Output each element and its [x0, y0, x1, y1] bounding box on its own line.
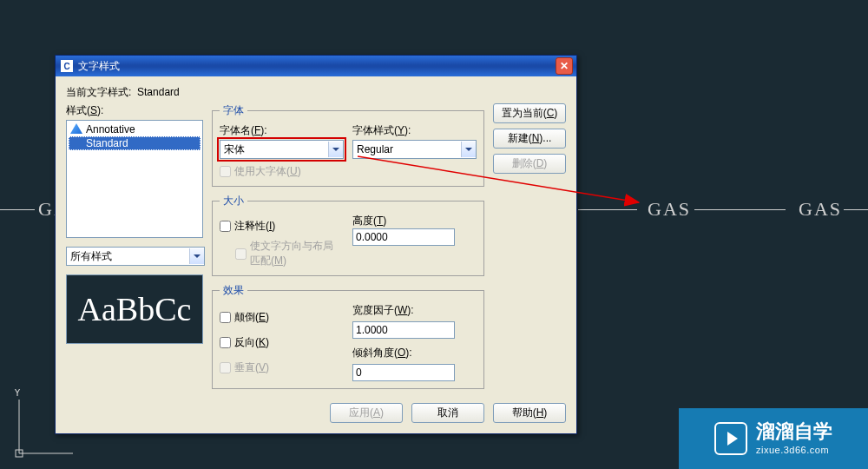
font-group: 字体 字体名(F): 宋体 字体样式(Y):: [212, 103, 484, 187]
vertical-label: 垂直(V): [234, 360, 269, 375]
style-item-annotative[interactable]: Annotative: [69, 122, 201, 136]
size-group: 大小 注释性(I) 使文字方向与布局匹配(M): [212, 194, 484, 276]
oblique-label: 倾斜角度(O):: [352, 346, 477, 360]
upsidedown-label: 颠倒(E): [234, 310, 269, 325]
font-style-select[interactable]: Regular: [352, 140, 477, 159]
bg-line: [844, 209, 868, 210]
filter-select[interactable]: 所有样式: [66, 247, 205, 266]
bg-line: [578, 209, 637, 210]
watermark: 溜溜自学 zixue.3d66.com: [679, 408, 868, 469]
effects-legend: 效果: [220, 283, 247, 298]
size-legend: 大小: [220, 194, 247, 208]
chevron-down-icon: [461, 142, 476, 157]
bigfont-checkbox: [220, 166, 231, 177]
match-orient-checkbox: [235, 248, 247, 260]
font-name-value: 宋体: [220, 142, 328, 157]
filter-value: 所有样式: [67, 249, 189, 264]
annotative-label: 注释性(I): [234, 219, 275, 234]
vertical-checkbox: [220, 362, 231, 373]
height-label: 高度(T): [352, 215, 386, 227]
watermark-url: zixue.3d66.com: [756, 445, 832, 455]
preview-box: AaBbCc: [66, 274, 203, 344]
font-style-value: Regular: [353, 143, 461, 155]
cancel-button[interactable]: 取消: [411, 403, 484, 423]
watermark-title: 溜溜自学: [756, 422, 832, 441]
current-style-text: 当前文字样式:: [66, 86, 131, 98]
backwards-checkbox[interactable]: [220, 337, 231, 348]
match-orient-row: 使文字方向与布局匹配(M): [235, 239, 344, 268]
match-orient-label: 使文字方向与布局匹配(M): [250, 239, 333, 268]
svg-rect-2: [16, 450, 23, 457]
ucs-y-label: Y: [14, 389, 21, 399]
backwards-label: 反向(K): [234, 335, 269, 350]
style-list[interactable]: Annotative Standard: [66, 120, 203, 238]
font-name-select[interactable]: 宋体: [220, 140, 344, 159]
new-button[interactable]: 新建(N)...: [493, 129, 566, 149]
delete-button: 删除(D): [493, 154, 566, 174]
annotative-row[interactable]: 注释性(I): [220, 219, 344, 234]
style-item-standard[interactable]: Standard: [69, 136, 201, 150]
font-name-label: 字体名(F):: [220, 123, 344, 138]
width-label: 宽度因子(W):: [352, 303, 477, 318]
styles-label: 样式(S):: [66, 103, 203, 118]
play-icon: [714, 422, 747, 455]
help-button[interactable]: 帮助(H): [493, 403, 566, 423]
width-input[interactable]: [352, 321, 455, 339]
current-style-value: Standard: [137, 86, 180, 98]
dialog-title: 文字样式: [78, 59, 556, 74]
bg-line: [694, 209, 786, 210]
oblique-input[interactable]: [352, 364, 455, 381]
font-style-label: 字体样式(Y):: [352, 123, 477, 138]
set-current-button[interactable]: 置为当前(C): [493, 103, 566, 123]
current-style-label: 当前文字样式: Standard: [66, 85, 566, 100]
bigfont-label: 使用大字体(U): [234, 164, 301, 179]
font-legend: 字体: [220, 103, 247, 118]
app-icon: C: [61, 60, 73, 72]
bg-line: [0, 209, 35, 210]
chevron-down-icon: [328, 142, 343, 157]
titlebar[interactable]: C 文字样式 ✕: [56, 56, 576, 76]
apply-button: 应用(A): [330, 403, 403, 423]
annotative-checkbox[interactable]: [220, 221, 231, 232]
close-button[interactable]: ✕: [556, 57, 573, 75]
chevron-down-icon: [189, 248, 204, 264]
effects-group: 效果 颠倒(E) 反向(K): [212, 283, 484, 389]
upsidedown-checkbox[interactable]: [220, 312, 231, 323]
bg-gas-mid: GAS: [648, 198, 691, 221]
height-input[interactable]: [352, 228, 455, 246]
bg-gas-right: GAS: [799, 198, 842, 221]
text-style-dialog: C 文字样式 ✕ 当前文字样式: Standard 样式(S): Annotat…: [55, 55, 577, 434]
bigfont-row: 使用大字体(U): [220, 164, 477, 179]
